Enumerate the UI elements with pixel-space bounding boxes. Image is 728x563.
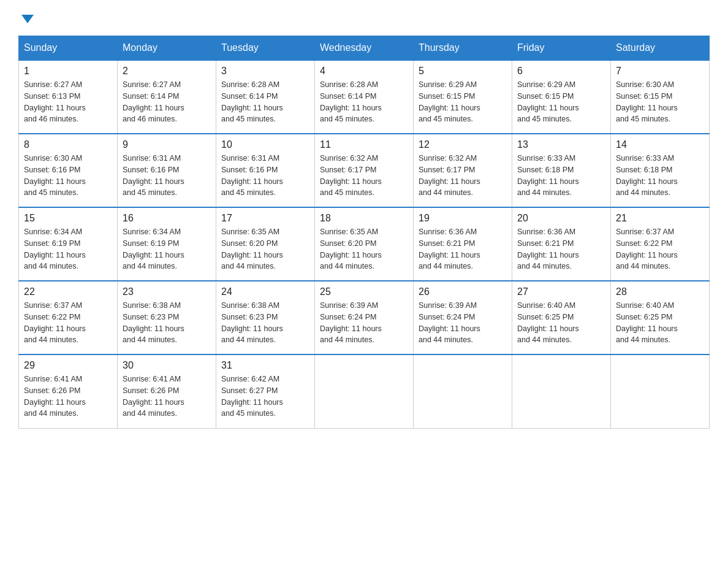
day-cell: 28 Sunrise: 6:40 AM Sunset: 6:25 PM Dayl…	[611, 281, 710, 354]
day-cell: 16 Sunrise: 6:34 AM Sunset: 6:19 PM Dayl…	[118, 207, 216, 281]
day-info: Sunrise: 6:37 AM Sunset: 6:22 PM Dayligh…	[616, 226, 704, 272]
day-info: Sunrise: 6:31 AM Sunset: 6:16 PM Dayligh…	[221, 153, 309, 199]
day-cell: 3 Sunrise: 6:28 AM Sunset: 6:14 PM Dayli…	[216, 60, 315, 134]
day-number: 7	[616, 66, 704, 77]
header-tuesday: Tuesday	[216, 36, 315, 61]
day-info: Sunrise: 6:40 AM Sunset: 6:25 PM Dayligh…	[517, 300, 605, 346]
day-cell: 20 Sunrise: 6:36 AM Sunset: 6:21 PM Dayl…	[512, 207, 611, 281]
day-cell: 27 Sunrise: 6:40 AM Sunset: 6:25 PM Dayl…	[512, 281, 611, 354]
day-number: 11	[320, 139, 408, 150]
day-info: Sunrise: 6:33 AM Sunset: 6:18 PM Dayligh…	[616, 153, 704, 199]
day-info: Sunrise: 6:41 AM Sunset: 6:26 PM Dayligh…	[24, 373, 112, 419]
day-info: Sunrise: 6:36 AM Sunset: 6:21 PM Dayligh…	[517, 226, 605, 272]
day-number: 15	[24, 213, 112, 224]
calendar-body: 1 Sunrise: 6:27 AM Sunset: 6:13 PM Dayli…	[19, 60, 710, 428]
header-saturday: Saturday	[611, 36, 710, 61]
day-number: 18	[320, 213, 408, 224]
day-cell	[611, 354, 710, 428]
day-number: 5	[419, 66, 507, 77]
day-cell: 9 Sunrise: 6:31 AM Sunset: 6:16 PM Dayli…	[118, 134, 216, 207]
day-info: Sunrise: 6:32 AM Sunset: 6:17 PM Dayligh…	[320, 153, 408, 199]
day-cell: 25 Sunrise: 6:39 AM Sunset: 6:24 PM Dayl…	[315, 281, 414, 354]
header-monday: Monday	[118, 36, 216, 61]
day-cell: 29 Sunrise: 6:41 AM Sunset: 6:26 PM Dayl…	[19, 354, 118, 428]
day-number: 9	[123, 139, 211, 150]
day-cell: 24 Sunrise: 6:38 AM Sunset: 6:23 PM Dayl…	[216, 281, 315, 354]
day-cell: 30 Sunrise: 6:41 AM Sunset: 6:26 PM Dayl…	[118, 354, 216, 428]
header-sunday: Sunday	[19, 36, 118, 61]
day-number: 20	[517, 213, 605, 224]
calendar-table: SundayMondayTuesdayWednesdayThursdayFrid…	[18, 36, 710, 429]
day-cell: 26 Sunrise: 6:39 AM Sunset: 6:24 PM Dayl…	[414, 281, 512, 354]
day-number: 10	[221, 139, 309, 150]
calendar-header: SundayMondayTuesdayWednesdayThursdayFrid…	[19, 36, 710, 61]
day-cell: 13 Sunrise: 6:33 AM Sunset: 6:18 PM Dayl…	[512, 134, 611, 207]
day-info: Sunrise: 6:27 AM Sunset: 6:14 PM Dayligh…	[123, 79, 211, 125]
day-cell: 15 Sunrise: 6:34 AM Sunset: 6:19 PM Dayl…	[19, 207, 118, 281]
week-row-3: 15 Sunrise: 6:34 AM Sunset: 6:19 PM Dayl…	[19, 207, 710, 281]
day-number: 22	[24, 286, 112, 297]
day-number: 17	[221, 213, 309, 224]
day-cell: 22 Sunrise: 6:37 AM Sunset: 6:22 PM Dayl…	[19, 281, 118, 354]
day-cell: 31 Sunrise: 6:42 AM Sunset: 6:27 PM Dayl…	[216, 354, 315, 428]
day-info: Sunrise: 6:41 AM Sunset: 6:26 PM Dayligh…	[123, 373, 211, 419]
logo	[18, 12, 34, 23]
day-info: Sunrise: 6:35 AM Sunset: 6:20 PM Dayligh…	[221, 226, 309, 272]
week-row-5: 29 Sunrise: 6:41 AM Sunset: 6:26 PM Dayl…	[19, 354, 710, 428]
day-info: Sunrise: 6:29 AM Sunset: 6:15 PM Dayligh…	[517, 79, 605, 125]
day-number: 23	[123, 286, 211, 297]
day-number: 31	[221, 360, 309, 371]
day-number: 4	[320, 66, 408, 77]
day-cell: 10 Sunrise: 6:31 AM Sunset: 6:16 PM Dayl…	[216, 134, 315, 207]
day-info: Sunrise: 6:28 AM Sunset: 6:14 PM Dayligh…	[320, 79, 408, 125]
day-info: Sunrise: 6:34 AM Sunset: 6:19 PM Dayligh…	[123, 226, 211, 272]
week-row-2: 8 Sunrise: 6:30 AM Sunset: 6:16 PM Dayli…	[19, 134, 710, 207]
header-friday: Friday	[512, 36, 611, 61]
day-info: Sunrise: 6:40 AM Sunset: 6:25 PM Dayligh…	[616, 300, 704, 346]
header-wednesday: Wednesday	[315, 36, 414, 61]
logo-arrow-icon	[21, 15, 34, 23]
day-cell: 11 Sunrise: 6:32 AM Sunset: 6:17 PM Dayl…	[315, 134, 414, 207]
day-info: Sunrise: 6:38 AM Sunset: 6:23 PM Dayligh…	[123, 300, 211, 346]
day-cell: 19 Sunrise: 6:36 AM Sunset: 6:21 PM Dayl…	[414, 207, 512, 281]
day-info: Sunrise: 6:32 AM Sunset: 6:17 PM Dayligh…	[419, 153, 507, 199]
day-info: Sunrise: 6:36 AM Sunset: 6:21 PM Dayligh…	[419, 226, 507, 272]
day-number: 28	[616, 286, 704, 297]
day-number: 27	[517, 286, 605, 297]
day-number: 3	[221, 66, 309, 77]
day-cell	[414, 354, 512, 428]
day-cell: 1 Sunrise: 6:27 AM Sunset: 6:13 PM Dayli…	[19, 60, 118, 134]
day-info: Sunrise: 6:29 AM Sunset: 6:15 PM Dayligh…	[419, 79, 507, 125]
day-cell: 7 Sunrise: 6:30 AM Sunset: 6:15 PM Dayli…	[611, 60, 710, 134]
header-thursday: Thursday	[414, 36, 512, 61]
day-cell: 6 Sunrise: 6:29 AM Sunset: 6:15 PM Dayli…	[512, 60, 611, 134]
day-number: 16	[123, 213, 211, 224]
day-cell: 18 Sunrise: 6:35 AM Sunset: 6:20 PM Dayl…	[315, 207, 414, 281]
day-cell: 21 Sunrise: 6:37 AM Sunset: 6:22 PM Dayl…	[611, 207, 710, 281]
day-info: Sunrise: 6:30 AM Sunset: 6:16 PM Dayligh…	[24, 153, 112, 199]
day-number: 26	[419, 286, 507, 297]
day-cell: 17 Sunrise: 6:35 AM Sunset: 6:20 PM Dayl…	[216, 207, 315, 281]
day-info: Sunrise: 6:39 AM Sunset: 6:24 PM Dayligh…	[419, 300, 507, 346]
day-info: Sunrise: 6:27 AM Sunset: 6:13 PM Dayligh…	[24, 79, 112, 125]
day-info: Sunrise: 6:39 AM Sunset: 6:24 PM Dayligh…	[320, 300, 408, 346]
day-number: 8	[24, 139, 112, 150]
day-info: Sunrise: 6:35 AM Sunset: 6:20 PM Dayligh…	[320, 226, 408, 272]
day-number: 2	[123, 66, 211, 77]
day-number: 19	[419, 213, 507, 224]
day-info: Sunrise: 6:37 AM Sunset: 6:22 PM Dayligh…	[24, 300, 112, 346]
day-cell: 14 Sunrise: 6:33 AM Sunset: 6:18 PM Dayl…	[611, 134, 710, 207]
day-cell	[512, 354, 611, 428]
day-info: Sunrise: 6:31 AM Sunset: 6:16 PM Dayligh…	[123, 153, 211, 199]
day-info: Sunrise: 6:28 AM Sunset: 6:14 PM Dayligh…	[221, 79, 309, 125]
day-cell	[315, 354, 414, 428]
logo-general-text	[18, 12, 34, 23]
day-number: 21	[616, 213, 704, 224]
day-number: 29	[24, 360, 112, 371]
day-number: 25	[320, 286, 408, 297]
page-header	[18, 12, 710, 23]
day-number: 13	[517, 139, 605, 150]
day-number: 14	[616, 139, 704, 150]
day-number: 24	[221, 286, 309, 297]
header-row: SundayMondayTuesdayWednesdayThursdayFrid…	[19, 36, 710, 61]
